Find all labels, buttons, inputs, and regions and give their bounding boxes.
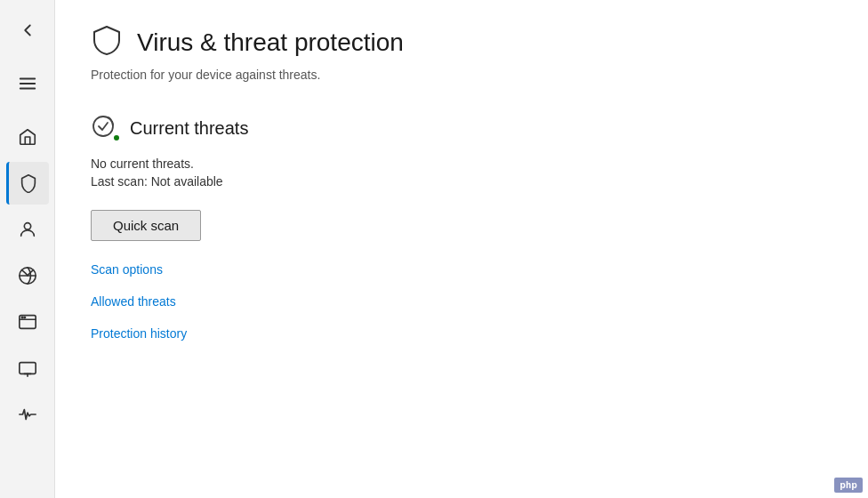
sidebar-item-device[interactable] xyxy=(6,347,49,390)
sidebar-item-health[interactable] xyxy=(6,393,49,436)
current-threats-title: Current threats xyxy=(130,118,248,139)
page-header-shield-icon xyxy=(91,25,123,60)
sidebar xyxy=(0,0,55,498)
page-subtitle: Protection for your device against threa… xyxy=(91,68,832,82)
app-browser-icon xyxy=(18,312,37,332)
network-icon xyxy=(18,266,37,285)
svg-point-7 xyxy=(21,317,22,317)
main-content: Virus & threat protection Protection for… xyxy=(55,0,868,498)
quick-scan-button[interactable]: Quick scan xyxy=(91,210,201,241)
hamburger-icon xyxy=(18,74,37,93)
back-icon xyxy=(18,20,37,40)
protection-history-link[interactable]: Protection history xyxy=(91,326,832,341)
sidebar-item-network[interactable] xyxy=(6,254,49,297)
scan-options-link[interactable]: Scan options xyxy=(91,262,832,277)
allowed-threats-link[interactable]: Allowed threats xyxy=(91,294,832,309)
sidebar-item-shield[interactable] xyxy=(6,162,49,205)
account-icon xyxy=(18,220,37,239)
health-icon xyxy=(18,405,37,424)
php-badge: php xyxy=(834,478,863,493)
sidebar-item-back[interactable] xyxy=(6,9,49,52)
sidebar-item-account[interactable] xyxy=(6,208,49,251)
current-threats-header: Current threats xyxy=(91,114,832,142)
last-scan-value: Not available xyxy=(151,174,223,189)
sidebar-item-menu[interactable] xyxy=(6,62,49,105)
svg-point-3 xyxy=(24,223,30,229)
sidebar-item-home[interactable] xyxy=(6,116,49,158)
current-threats-icon xyxy=(91,114,119,142)
no-threats-text: No current threats. xyxy=(91,157,832,171)
page-header: Virus & threat protection xyxy=(91,25,832,60)
page-title: Virus & threat protection xyxy=(137,28,404,57)
status-dot-green xyxy=(112,133,121,142)
svg-point-8 xyxy=(24,317,25,317)
last-scan-label: Last scan: xyxy=(91,174,151,189)
last-scan-text: Last scan: Not available xyxy=(91,174,832,189)
svg-rect-9 xyxy=(19,363,35,374)
shield-icon xyxy=(19,173,38,193)
home-icon xyxy=(18,127,37,147)
device-icon xyxy=(18,358,37,378)
sidebar-item-app[interactable] xyxy=(6,301,49,343)
